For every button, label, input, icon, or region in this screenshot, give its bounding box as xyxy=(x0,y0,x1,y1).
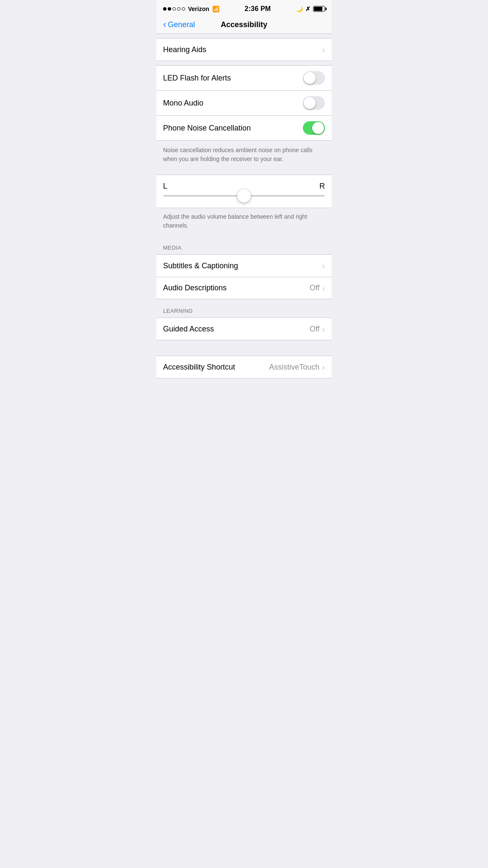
battery-fill xyxy=(314,7,322,11)
hearing-aids-group: Hearing Aids › xyxy=(156,38,332,61)
noise-description: Noise cancellation reduces ambient noise… xyxy=(156,141,332,170)
mono-audio-row[interactable]: Mono Audio xyxy=(156,90,332,115)
subtitles-chevron-icon: › xyxy=(322,262,325,270)
phone-noise-toggle-thumb xyxy=(312,122,324,134)
hearing-aids-row[interactable]: Hearing Aids › xyxy=(156,39,332,61)
phone-noise-label: Phone Noise Cancellation xyxy=(163,124,251,133)
audio-descriptions-right: Off › xyxy=(310,284,325,292)
audio-descriptions-chevron-icon: › xyxy=(322,284,325,292)
accessibility-shortcut-label: Accessibility Shortcut xyxy=(163,363,235,372)
back-button[interactable]: ‹ General xyxy=(163,20,195,29)
mono-audio-toggle[interactable] xyxy=(303,96,325,110)
mono-audio-toggle-thumb xyxy=(304,97,316,109)
phone-noise-row[interactable]: Phone Noise Cancellation xyxy=(156,115,332,140)
back-chevron-icon: ‹ xyxy=(163,20,166,29)
spacer-top xyxy=(156,34,332,38)
signal-dot-3 xyxy=(172,7,176,11)
media-group: Subtitles & Captioning › Audio Descripti… xyxy=(156,254,332,299)
gap-section xyxy=(156,340,332,356)
moon-icon: 🌙 xyxy=(296,6,303,12)
guided-access-label: Guided Access xyxy=(163,325,214,334)
signal-dot-5 xyxy=(182,7,185,11)
learning-section-header: LEARNING xyxy=(156,299,332,317)
page-title: Accessibility xyxy=(221,20,267,29)
spacer-bottom xyxy=(156,378,332,395)
spacer-2 xyxy=(156,61,332,65)
led-flash-label: LED Flash for Alerts xyxy=(163,74,231,83)
wifi-icon: 📶 xyxy=(212,6,219,12)
battery-indicator xyxy=(313,6,325,12)
audio-toggles-group: LED Flash for Alerts Mono Audio Phone No… xyxy=(156,65,332,141)
subtitles-right: › xyxy=(322,262,325,270)
signal-dot-2 xyxy=(168,7,171,11)
hearing-aids-label: Hearing Aids xyxy=(163,45,206,54)
accessibility-shortcut-right: AssistiveTouch › xyxy=(269,363,325,372)
slider-description: Adjust the audio volume balance between … xyxy=(156,208,332,236)
learning-group: Guided Access Off › xyxy=(156,317,332,340)
hearing-aids-right: › xyxy=(322,45,325,54)
subtitles-captioning-row[interactable]: Subtitles & Captioning › xyxy=(156,255,332,277)
media-section-header: MEDIA xyxy=(156,236,332,254)
guided-access-value: Off xyxy=(310,325,320,334)
led-flash-row[interactable]: LED Flash for Alerts xyxy=(156,66,332,90)
audio-descriptions-value: Off xyxy=(310,284,320,292)
status-right: 🌙 ✗ xyxy=(296,6,325,12)
audio-balance-slider[interactable] xyxy=(163,195,325,197)
accessibility-shortcut-row[interactable]: Accessibility Shortcut AssistiveTouch › xyxy=(156,356,332,378)
slider-thumb[interactable] xyxy=(237,189,251,203)
accessibility-shortcut-chevron-icon: › xyxy=(322,363,325,371)
mono-audio-label: Mono Audio xyxy=(163,99,203,108)
hearing-aids-chevron-icon: › xyxy=(322,45,325,54)
signal-dot-4 xyxy=(177,7,180,11)
signal-dots xyxy=(163,7,185,11)
audio-balance-section: L R xyxy=(156,175,332,208)
guided-access-row[interactable]: Guided Access Off › xyxy=(156,318,332,340)
spacer-3 xyxy=(156,170,332,175)
guided-access-right: Off › xyxy=(310,325,325,334)
phone-noise-toggle[interactable] xyxy=(303,121,325,135)
carrier-name: Verizon xyxy=(188,6,209,12)
status-time: 2:36 PM xyxy=(244,5,271,13)
led-flash-toggle-thumb xyxy=(304,72,316,84)
slider-left-label: L xyxy=(163,182,167,191)
led-flash-toggle[interactable] xyxy=(303,71,325,85)
status-bar: Verizon 📶 2:36 PM 🌙 ✗ xyxy=(156,0,332,17)
status-left: Verizon 📶 xyxy=(163,6,219,12)
guided-access-chevron-icon: › xyxy=(322,325,325,333)
back-button-label: General xyxy=(168,20,195,29)
bluetooth-icon: ✗ xyxy=(305,6,311,12)
navigation-bar: ‹ General Accessibility xyxy=(156,17,332,34)
accessibility-shortcut-value: AssistiveTouch xyxy=(269,363,319,372)
audio-descriptions-label: Audio Descriptions xyxy=(163,284,227,292)
audio-descriptions-row[interactable]: Audio Descriptions Off › xyxy=(156,277,332,299)
accessibility-shortcut-group: Accessibility Shortcut AssistiveTouch › xyxy=(156,356,332,378)
slider-right-label: R xyxy=(319,182,325,191)
signal-dot-1 xyxy=(163,7,166,11)
subtitles-captioning-label: Subtitles & Captioning xyxy=(163,262,238,270)
